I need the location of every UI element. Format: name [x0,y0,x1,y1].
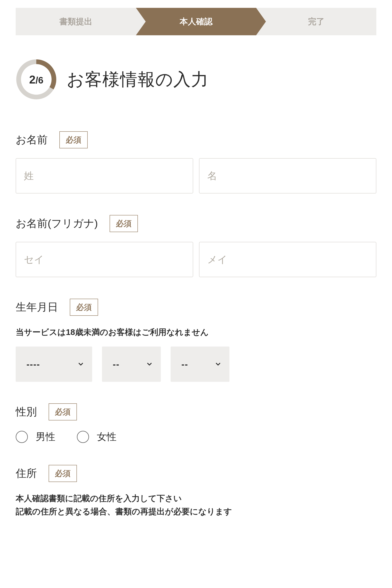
step-label: 本人確認 [180,16,212,27]
step-label: 完了 [308,16,324,27]
address-helper: 本人確認書類に記載の住所を入力して下さい 記載の住所と異なる場合、書類の再提出が… [16,492,376,518]
gender-label: 性別 [16,405,37,419]
field-group-furigana: お名前(フリガナ) 必須 [16,215,376,277]
field-group-birthdate: 生年月日 必須 当サービスは18歳未満のお客様はご利用なれません ---- --… [16,299,376,382]
year-value: ---- [26,359,40,369]
month-value: -- [113,359,120,369]
chevron-down-icon [214,361,222,368]
day-value: -- [182,359,188,369]
birthdate-helper: 当サービスは18歳未満のお客様はご利用なれません [16,326,376,339]
progress-total: 6 [38,75,43,85]
required-badge: 必須 [49,465,77,482]
chevron-down-icon [77,361,84,368]
name-label: お名前 [16,133,48,147]
first-furigana-input[interactable] [199,242,376,277]
progress-indicator: 2/6 [16,59,57,100]
birthdate-label: 生年月日 [16,300,58,314]
radio-male[interactable]: 男性 [16,430,55,443]
progress-sep: / [36,75,38,85]
year-select[interactable]: ---- [16,347,92,382]
field-group-name: お名前 必須 [16,131,376,193]
furigana-label: お名前(フリガナ) [16,216,98,231]
required-badge: 必須 [49,403,77,420]
address-helper-line2: 記載の住所と異なる場合、書類の再提出が必要になります [16,505,376,518]
progress-text: 2/6 [29,73,43,86]
radio-female[interactable]: 女性 [77,430,116,443]
radio-circle-icon [77,431,89,443]
radio-circle-icon [16,431,28,443]
first-name-input[interactable] [199,158,376,193]
last-furigana-input[interactable] [16,242,193,277]
step-complete: 完了 [256,8,376,35]
stepper: 書類提出 本人確認 完了 [16,8,376,35]
address-label: 住所 [16,466,37,481]
required-badge: 必須 [70,299,98,316]
required-badge: 必須 [60,131,88,148]
page-title: お客様情報の入力 [67,68,209,91]
required-badge: 必須 [110,215,138,232]
field-group-address: 住所 必須 本人確認書類に記載の住所を入力して下さい 記載の住所と異なる場合、書… [16,465,376,518]
step-identity: 本人確認 [136,8,256,35]
month-select[interactable]: -- [102,347,161,382]
day-select[interactable]: -- [170,347,230,382]
chevron-down-icon [146,361,153,368]
step-label: 書類提出 [60,16,92,27]
address-helper-line1: 本人確認書類に記載の住所を入力して下さい [16,492,376,505]
radio-male-label: 男性 [36,430,55,443]
radio-female-label: 女性 [97,430,116,443]
field-group-gender: 性別 必須 男性 女性 [16,403,376,443]
step-documents: 書類提出 [16,8,136,35]
heading-row: 2/6 お客様情報の入力 [16,59,376,100]
last-name-input[interactable] [16,158,193,193]
progress-current: 2 [29,73,36,86]
